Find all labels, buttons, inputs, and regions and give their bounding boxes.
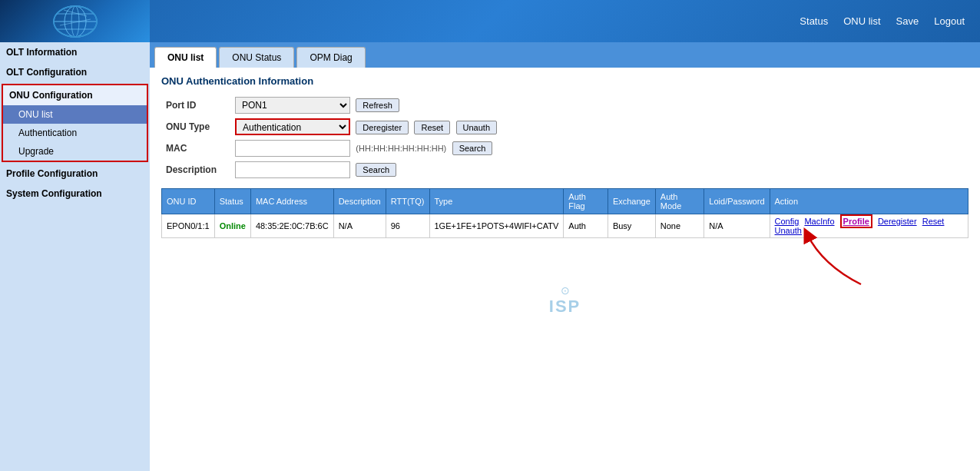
description-label: Description [161,159,230,181]
status-badge: Online [220,221,246,231]
col-action: Action [770,189,968,214]
col-status: Status [214,189,250,214]
cell-type: 1GE+1FE+1POTS+4WIFI+CATV [429,214,564,238]
sidebar-item-upgrade[interactable]: Upgrade [3,142,147,161]
cell-loid-password: N/A [704,214,770,238]
action-macinfo[interactable]: MacInfo [804,217,834,226]
top-nav: Status ONU list Save Logout [800,15,965,27]
onu-type-label: ONU Type [161,116,230,138]
action-config[interactable]: Config [775,217,800,226]
watermark-area: ⊙ ISP [161,284,968,317]
logo-area [0,0,150,42]
tab-opm-diag[interactable]: OPM Diag [296,47,365,68]
action-deregister[interactable]: Deregister [878,217,917,226]
table-body: EPON0/1:1 Online 48:35:2E:0C:7B:6C N/A 9… [162,214,968,238]
col-mac-address: MAC Address [250,189,333,214]
col-type: Type [429,189,564,214]
unauth-button[interactable]: Unauth [456,121,497,134]
port-id-label: Port ID [161,95,230,116]
cell-exchange: Busy [608,214,655,238]
deregister-button[interactable]: Deregister [356,121,409,134]
onu-table: ONU ID Status MAC Address Description RT… [161,188,968,238]
cell-mac-address: 48:35:2E:0C:7B:6C [250,214,333,238]
col-loid-password: Loid/Password [704,189,770,214]
col-exchange: Exchange [608,189,655,214]
tab-bar: ONU list ONU Status OPM Diag [150,42,980,68]
isp-watermark: ⊙ ISP [549,284,581,317]
sidebar: OLT Information OLT Configuration ONU Co… [0,42,150,471]
cell-action: Config MacInfo Profile Deregister Reset … [770,214,968,238]
col-onu-id: ONU ID [162,189,215,214]
header-row: ONU ID Status MAC Address Description RT… [162,189,968,214]
description-cell: Search [230,159,502,181]
table-header: ONU ID Status MAC Address Description RT… [162,189,968,214]
logout-link[interactable]: Logout [934,15,965,27]
mac-row: MAC (HH:HH:HH:HH:HH:HH) Search [161,138,502,159]
cell-onu-id: EPON0/1:1 [162,214,215,238]
onu-type-select[interactable]: Authentication All Online Offline [235,118,350,135]
table-wrapper: ONU ID Status MAC Address Description RT… [161,188,968,238]
logo-globe-icon [48,2,102,41]
onu-type-cell: Authentication All Online Offline Deregi… [230,116,502,138]
action-reset[interactable]: Reset [922,217,945,226]
mac-hint: (HH:HH:HH:HH:HH:HH) [356,144,446,153]
description-row: Description Search [161,159,502,181]
sidebar-item-olt-configuration[interactable]: OLT Configuration [0,62,150,82]
sidebar-onu-config-group: ONU Configuration ONU list Authenticatio… [2,84,148,162]
status-link[interactable]: Status [800,15,828,27]
col-auth-flag: Auth Flag [564,189,608,214]
description-input[interactable] [235,161,350,178]
cell-status: Online [214,214,250,238]
main-layout: OLT Information OLT Configuration ONU Co… [0,42,980,471]
content-area: ONU Authentication Information Port ID P… [150,68,980,324]
mac-cell: (HH:HH:HH:HH:HH:HH) Search [230,138,502,159]
description-search-button[interactable]: Search [356,163,396,177]
port-id-row: Port ID PON1 PON2 PON3 PON4 Refresh [161,95,502,116]
col-auth-mode: Auth Mode [655,189,704,214]
tab-onu-list[interactable]: ONU list [154,47,217,68]
mac-input[interactable] [235,140,350,157]
mac-label: MAC [161,138,230,159]
tab-onu-status[interactable]: ONU Status [219,47,294,68]
sidebar-item-system-configuration[interactable]: System Configuration [0,184,150,204]
onu-list-link[interactable]: ONU list [843,15,880,27]
cell-auth-mode: None [655,214,704,238]
top-header: Status ONU list Save Logout [0,0,980,42]
table-row: EPON0/1:1 Online 48:35:2E:0C:7B:6C N/A 9… [162,214,968,238]
cell-rtt: 96 [386,214,429,238]
reset-button[interactable]: Reset [414,121,450,134]
mac-search-button[interactable]: Search [452,141,493,155]
page-title: ONU Authentication Information [161,75,968,87]
refresh-button[interactable]: Refresh [356,98,399,112]
sidebar-item-profile-configuration[interactable]: Profile Configuration [0,164,150,184]
action-unauth[interactable]: Unauth [775,226,802,235]
filter-form: Port ID PON1 PON2 PON3 PON4 Refresh ONU … [161,95,502,181]
sidebar-item-onu-list[interactable]: ONU list [3,105,147,124]
col-rtt: RTT(TQ) [386,189,429,214]
onu-type-row: ONU Type Authentication All Online Offli… [161,116,502,138]
sidebar-item-onu-configuration[interactable]: ONU Configuration [3,85,147,105]
sidebar-item-authentication[interactable]: Authentication [3,124,147,142]
cell-description: N/A [333,214,386,238]
col-description: Description [333,189,386,214]
main-content: ONU list ONU Status OPM Diag ONU Authent… [150,42,980,471]
port-id-select[interactable]: PON1 PON2 PON3 PON4 [235,97,350,114]
port-id-cell: PON1 PON2 PON3 PON4 Refresh [230,95,502,116]
action-profile[interactable]: Profile [840,214,872,228]
save-link[interactable]: Save [896,15,919,27]
cell-auth-flag: Auth [564,214,608,238]
sidebar-item-olt-information[interactable]: OLT Information [0,42,150,62]
